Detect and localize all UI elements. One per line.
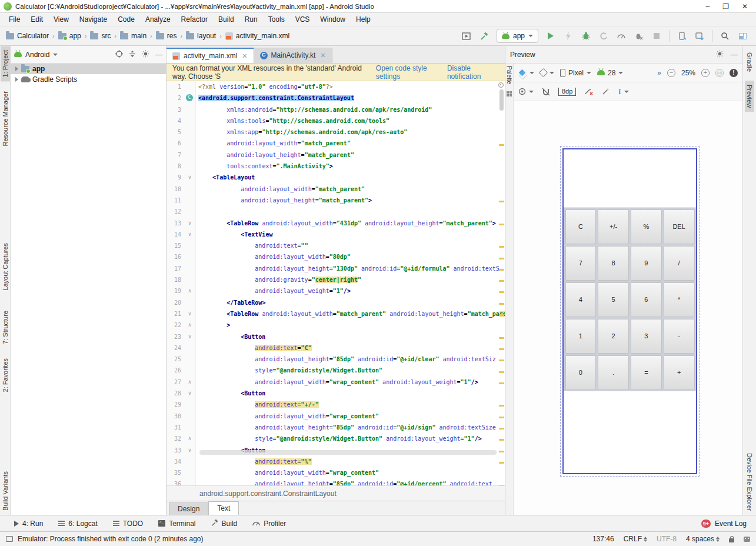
- orientation-select[interactable]: [540, 69, 554, 76]
- default-margin-value[interactable]: 8dp: [558, 88, 576, 96]
- stripe-mark[interactable]: [499, 382, 504, 384]
- menu-run[interactable]: Run: [239, 13, 263, 26]
- menu-analyze[interactable]: Analyze: [140, 13, 176, 26]
- tool-tab-2-favorites[interactable]: 2: Favorites: [1, 354, 10, 396]
- stripe-mark[interactable]: [499, 348, 504, 350]
- code-line-5[interactable]: 5 xmlns:app="http://schemas.android.com/…: [166, 126, 505, 138]
- design-surface-select[interactable]: [518, 69, 534, 76]
- preview-settings-gear-icon[interactable]: [716, 50, 724, 59]
- default-margins-select[interactable]: I: [618, 87, 628, 96]
- caret-position[interactable]: 137:46: [592, 535, 614, 543]
- build-hammer-icon[interactable]: [479, 31, 489, 41]
- event-log-tab[interactable]: Event Log: [715, 520, 747, 528]
- code-line-27[interactable]: 27∧ android:layout_width="wrap_content" …: [166, 377, 505, 388]
- stripe-mark[interactable]: [499, 303, 504, 305]
- zoom-fit-button[interactable]: ◎: [715, 69, 724, 77]
- render-errors-icon[interactable]: !: [730, 69, 738, 77]
- stripe-mark[interactable]: [499, 359, 504, 361]
- menu-window[interactable]: Window: [315, 13, 351, 26]
- api-level-select[interactable]: 28: [597, 69, 623, 77]
- layout-inspector-icon[interactable]: [461, 31, 472, 41]
- hide-panel-icon[interactable]: —: [155, 51, 162, 59]
- code-line-32[interactable]: 32∧ style="@android:style/Widget.Button"…: [166, 433, 505, 444]
- inspections-widget-icon[interactable]: [498, 82, 504, 88]
- breadcrumb-item[interactable]: main: [120, 32, 146, 40]
- open-code-style-settings-link[interactable]: Open code style settings: [376, 64, 439, 81]
- disable-notification-link[interactable]: Disable notification: [447, 64, 495, 81]
- stripe-mark[interactable]: [499, 269, 504, 271]
- editor-mode-tab-design[interactable]: Design: [169, 502, 208, 515]
- code-line-34[interactable]: 34 android:text="%": [166, 456, 505, 467]
- stripe-mark[interactable]: [499, 201, 504, 202]
- menu-file[interactable]: File: [4, 13, 25, 26]
- view-options-select[interactable]: [518, 88, 534, 95]
- layout-editor-icon[interactable]: [737, 31, 748, 41]
- tool-tab-preview[interactable]: Preview: [745, 81, 754, 112]
- run-button[interactable]: [545, 31, 556, 41]
- debug-bug-icon[interactable]: [581, 31, 591, 41]
- menu-refactor[interactable]: Refactor: [176, 13, 213, 26]
- code-line-3[interactable]: 3 xmlns:android="http://schemas.android.…: [166, 104, 505, 115]
- device-screen-frame[interactable]: C+/-%DEL789/456*123-0.=+: [562, 148, 697, 474]
- stripe-mark[interactable]: [499, 224, 504, 225]
- toolwindow-tab-profiler[interactable]: Profiler: [252, 520, 286, 528]
- locate-file-icon[interactable]: [115, 50, 123, 59]
- project-view-mode[interactable]: Android: [25, 51, 49, 59]
- settings-gear-icon[interactable]: [142, 50, 149, 59]
- breadcrumb-item[interactable]: app: [58, 32, 81, 40]
- palette-grid-icon[interactable]: [507, 90, 512, 98]
- code-line-10[interactable]: 10 android:layout_width="match_parent": [166, 184, 505, 195]
- menu-code[interactable]: Code: [112, 13, 140, 26]
- menu-build[interactable]: Build: [213, 13, 239, 26]
- zoom-in-button[interactable]: +: [701, 69, 710, 77]
- tool-tab-resource-manager[interactable]: Resource Manager: [1, 87, 10, 151]
- code-line-30[interactable]: 30 android:layout_width="wrap_content": [166, 411, 505, 422]
- screen-reader-icon[interactable]: [744, 537, 750, 542]
- code-line-36[interactable]: 36 android:layout_height="85dp" android:…: [166, 478, 505, 485]
- horizontal-scrollbar[interactable]: [199, 450, 497, 455]
- code-line-1[interactable]: 1 <?xml version="1.0" encoding="utf-8"?>: [166, 81, 505, 92]
- tree-item-gradle-scripts[interactable]: Gradle Scripts: [11, 74, 166, 85]
- code-line-6[interactable]: 6 android:layout_width="match_parent": [166, 138, 505, 149]
- file-encoding[interactable]: UTF-8: [657, 535, 677, 543]
- stripe-mark[interactable]: [499, 314, 504, 316]
- zoom-out-button[interactable]: −: [667, 69, 675, 77]
- code-line-12[interactable]: 12: [166, 206, 505, 217]
- stripe-mark[interactable]: [499, 258, 504, 259]
- maximize-button[interactable]: ❐: [722, 0, 729, 13]
- stripe-mark[interactable]: [499, 246, 504, 248]
- device-select[interactable]: Pixel: [560, 69, 591, 77]
- code-line-35[interactable]: 35 android:layout_width="wrap_content": [166, 467, 505, 478]
- code-line-25[interactable]: 25 android:layout_height="85dp" android:…: [166, 354, 505, 365]
- toolwindow-toggle-icon[interactable]: [6, 536, 13, 542]
- device-manager-icon[interactable]: [677, 31, 687, 41]
- line-ending-select[interactable]: CRLF: [624, 535, 647, 543]
- tool-tab-1-project[interactable]: 1: Project: [1, 46, 10, 81]
- tool-tab-device-file-explorer[interactable]: Device File Explorer: [745, 449, 754, 515]
- code-line-16[interactable]: 16 android:layout_width="80dp": [166, 251, 505, 262]
- tool-tab-gradle[interactable]: Gradle: [745, 48, 754, 76]
- tab-close-icon[interactable]: ✕: [320, 52, 325, 59]
- breadcrumb-item[interactable]: src: [90, 32, 111, 40]
- tab-close-icon[interactable]: ✕: [242, 52, 247, 60]
- sdk-manager-icon[interactable]: [694, 31, 705, 41]
- stripe-mark[interactable]: [499, 291, 504, 293]
- code-line-11[interactable]: 11 android:layout_height="match_parent">: [166, 195, 505, 206]
- menu-tools[interactable]: Tools: [263, 13, 290, 26]
- code-line-31[interactable]: 31 android:layout_height="85dp" android:…: [166, 422, 505, 433]
- code-line-20[interactable]: 20 </TableRow>: [166, 297, 505, 308]
- code-line-23[interactable]: 23∨ <Button: [166, 331, 505, 342]
- breadcrumb-element[interactable]: android.support.constraint.ConstraintLay…: [199, 490, 337, 498]
- search-everywhere-icon[interactable]: [720, 31, 730, 41]
- breadcrumb-item[interactable]: Calculator: [6, 32, 49, 40]
- stripe-mark[interactable]: [499, 405, 504, 407]
- code-line-26[interactable]: 26 style="@android:style/Widget.Button": [166, 365, 505, 376]
- code-line-17[interactable]: 17 android:layout_height="130dp" android…: [166, 263, 505, 274]
- toolwindow-tab-todo[interactable]: TODO: [113, 520, 143, 528]
- apply-changes-icon[interactable]: [563, 31, 574, 41]
- code-line-19[interactable]: 19∧ android:layout_weight="1"/>: [166, 285, 505, 297]
- code-line-13[interactable]: 13∨ <TableRow android:layout_width="431d…: [166, 218, 505, 229]
- stripe-mark[interactable]: [499, 428, 504, 430]
- attach-debugger-icon[interactable]: [634, 31, 644, 41]
- clear-constraints-icon[interactable]: [584, 88, 594, 95]
